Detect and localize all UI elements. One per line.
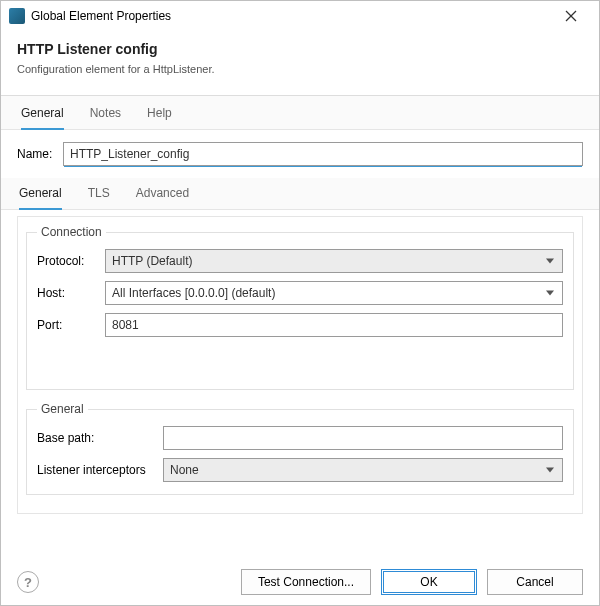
basepath-label: Base path: bbox=[37, 431, 157, 445]
general-group: General Base path: Listener interceptors… bbox=[26, 402, 574, 495]
subtab-general[interactable]: General bbox=[19, 178, 62, 210]
help-icon[interactable]: ? bbox=[17, 571, 39, 593]
interceptors-value: None bbox=[170, 463, 199, 477]
close-icon bbox=[565, 10, 577, 22]
main-tabs: General Notes Help bbox=[1, 96, 599, 130]
host-label: Host: bbox=[37, 286, 99, 300]
cancel-button[interactable]: Cancel bbox=[487, 569, 583, 595]
app-icon bbox=[9, 8, 25, 24]
test-connection-button[interactable]: Test Connection... bbox=[241, 569, 371, 595]
subtab-tls[interactable]: TLS bbox=[88, 178, 110, 209]
panel-body: Connection Protocol: HTTP (Default) Host… bbox=[17, 216, 583, 514]
tab-notes[interactable]: Notes bbox=[90, 96, 121, 129]
interceptors-label: Listener interceptors bbox=[37, 463, 157, 477]
protocol-select[interactable]: HTTP (Default) bbox=[105, 249, 563, 273]
sub-tabs: General TLS Advanced bbox=[1, 178, 599, 210]
protocol-value: HTTP (Default) bbox=[112, 254, 192, 268]
port-label: Port: bbox=[37, 318, 99, 332]
titlebar: Global Element Properties bbox=[1, 1, 599, 31]
basepath-input[interactable] bbox=[163, 426, 563, 450]
interceptors-select[interactable]: None bbox=[163, 458, 563, 482]
port-input[interactable] bbox=[105, 313, 563, 337]
dialog-footer: ? Test Connection... OK Cancel bbox=[1, 559, 599, 605]
page-title: HTTP Listener config bbox=[17, 41, 583, 57]
window-title: Global Element Properties bbox=[31, 9, 551, 23]
protocol-label: Protocol: bbox=[37, 254, 99, 268]
close-button[interactable] bbox=[551, 2, 591, 30]
ok-button[interactable]: OK bbox=[381, 569, 477, 595]
page-subtitle: Configuration element for a HttpListener… bbox=[17, 63, 583, 75]
name-row: Name: bbox=[17, 142, 583, 166]
host-select[interactable]: All Interfaces [0.0.0.0] (default) bbox=[105, 281, 563, 305]
tab-general[interactable]: General bbox=[21, 96, 64, 130]
tab-help[interactable]: Help bbox=[147, 96, 172, 129]
name-input[interactable] bbox=[63, 142, 583, 166]
host-value: All Interfaces [0.0.0.0] (default) bbox=[112, 286, 275, 300]
connection-legend: Connection bbox=[37, 225, 106, 239]
name-label: Name: bbox=[17, 147, 57, 161]
subtab-advanced[interactable]: Advanced bbox=[136, 178, 189, 209]
connection-group: Connection Protocol: HTTP (Default) Host… bbox=[26, 225, 574, 390]
general-legend: General bbox=[37, 402, 88, 416]
